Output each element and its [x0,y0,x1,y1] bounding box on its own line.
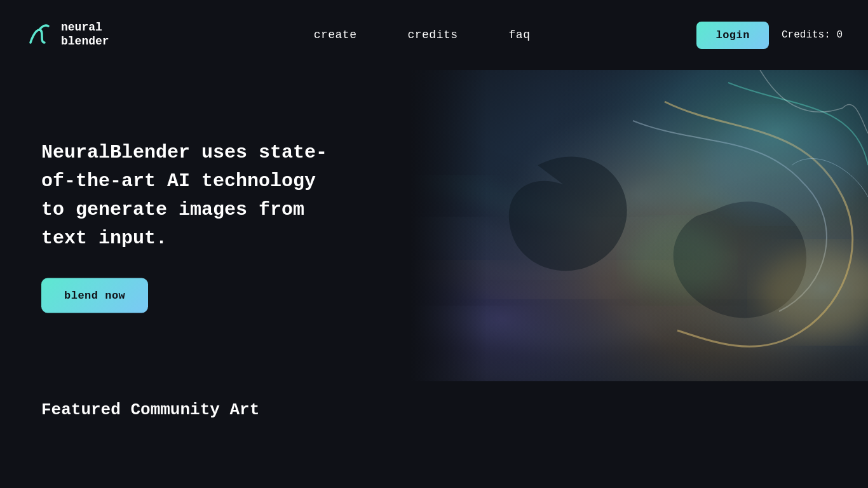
logo-icon [25,21,53,49]
navbar: neural blender create credits faq login … [0,0,868,70]
logo-text: neural blender [61,21,109,48]
nav-links: create credits faq [147,29,697,41]
hero-image-svg [410,70,868,381]
hero-section: NeuralBlender uses state-of-the-art AI t… [0,70,868,381]
login-button[interactable]: login [696,22,769,49]
nav-credits[interactable]: credits [407,29,458,41]
svg-point-6 [703,114,855,216]
nav-create[interactable]: create [314,29,357,41]
nav-right: login Credits: 0 [696,22,843,49]
logo-link[interactable]: neural blender [25,21,109,49]
blend-now-button[interactable]: blend now [41,278,148,313]
credits-display: Credits: 0 [782,29,843,41]
featured-section: Featured Community Art [0,381,868,488]
hero-title: NeuralBlender uses state-of-the-art AI t… [41,139,346,253]
svg-point-8 [627,222,728,299]
nav-faq[interactable]: faq [509,29,531,41]
featured-title: Featured Community Art [41,400,827,419]
hero-content: NeuralBlender uses state-of-the-art AI t… [41,139,346,313]
hero-image [410,70,868,381]
